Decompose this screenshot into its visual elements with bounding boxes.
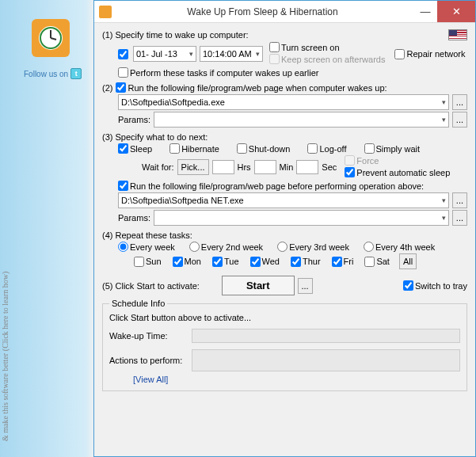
hrs-label: Hrs — [238, 162, 251, 172]
actions-box — [192, 349, 460, 371]
start-button[interactable]: Start — [222, 276, 295, 295]
app-logo-icon — [32, 19, 70, 57]
twitter-icon: t — [70, 68, 82, 79]
run-wakeup-check[interactable]: Run the following file/program/web page … — [116, 82, 387, 93]
time-picker[interactable]: 10:14:00 AM — [200, 46, 263, 62]
energy-sub: & make this software better — [1, 353, 10, 441]
tue-check[interactable]: Tue — [212, 257, 239, 267]
simplywait-check[interactable]: Simply wait — [364, 143, 421, 154]
schedule-hint: Click Start button above to activate... — [109, 313, 251, 322]
week2-radio[interactable]: Every 2nd week — [189, 242, 263, 252]
browse-wakeup-button[interactable]: ... — [452, 94, 467, 110]
sec-input[interactable] — [296, 160, 318, 174]
schedule-legend: Schedule Info — [109, 299, 167, 308]
section5-label: (5) Click Start to activate: — [102, 281, 200, 291]
schedule-fieldset: Schedule Info Click Start button above t… — [102, 299, 467, 391]
actions-label: Actions to perform: — [109, 356, 188, 365]
min-label: Min — [280, 162, 294, 172]
fri-check[interactable]: Fri — [332, 257, 354, 267]
browse-before-button[interactable]: ... — [452, 192, 467, 208]
close-button[interactable]: ✕ — [437, 1, 475, 22]
follow-us-link[interactable]: Follow us on t — [24, 68, 82, 79]
params2-label: Params: — [118, 213, 150, 223]
section1-label: (1) Specify time to wake up computer: — [102, 30, 249, 40]
switch-tray-check[interactable]: Switch to tray — [403, 280, 467, 291]
params1-combo[interactable] — [154, 112, 449, 128]
min-input[interactable] — [254, 160, 276, 174]
week4-radio[interactable]: Every 4th week — [364, 242, 435, 252]
section4-label: (4) Repeat these tasks: — [102, 230, 192, 240]
logoff-check[interactable]: Log-off — [307, 143, 346, 154]
energy-click: (Click here to learn how) — [1, 272, 10, 352]
sun-check[interactable]: Sun — [134, 257, 162, 267]
params2-combo[interactable] — [154, 210, 449, 226]
pick-button[interactable]: Pick... — [177, 159, 209, 175]
params1-button[interactable]: ... — [452, 112, 467, 128]
perform-early-check[interactable]: Perform these tasks if computer wakes up… — [118, 67, 318, 78]
window-icon — [99, 6, 112, 18]
start-options-button[interactable]: ... — [298, 278, 313, 294]
main-window: Wake Up From Sleep & Hibernation — ✕ (1)… — [93, 0, 476, 457]
date-check[interactable] — [118, 49, 130, 59]
date-picker[interactable]: 01- Jul -13 — [133, 46, 196, 62]
wakeup-path-combo[interactable]: D:\Softpedia\Softpedia.exe — [118, 94, 449, 110]
turn-screen-check[interactable]: Turn screen on — [269, 42, 340, 52]
week1-radio[interactable]: Every week — [118, 242, 175, 252]
sleep-check[interactable]: Sleep — [118, 143, 152, 154]
waitfor-label: Wait for: — [142, 162, 174, 172]
window-title: Wake Up From Sleep & Hibernation — [112, 6, 413, 17]
section3-label: (3) Specify what to do next: — [102, 132, 208, 142]
before-path-combo[interactable]: D:\Softpedia\Softpedia NET.exe — [118, 192, 449, 208]
minimize-button[interactable]: — — [413, 1, 437, 22]
keep-screen-check: Keep screen on afterwards — [269, 54, 385, 64]
repair-network-check[interactable]: Repair network — [394, 49, 465, 59]
view-all-link[interactable]: [View All] — [133, 375, 168, 384]
titlebar: Wake Up From Sleep & Hibernation — ✕ — [94, 1, 475, 23]
mon-check[interactable]: Mon — [173, 257, 201, 267]
wakeup-time-box — [192, 329, 460, 343]
week3-radio[interactable]: Every 3rd week — [277, 242, 349, 252]
shutdown-check[interactable]: Shut-down — [237, 143, 291, 154]
flag-icon[interactable] — [448, 29, 467, 40]
sec-label: Sec — [322, 162, 337, 172]
params1-label: Params: — [118, 115, 150, 124]
params2-button[interactable]: ... — [452, 210, 467, 226]
force-check: Force — [345, 155, 379, 166]
sat-check[interactable]: Sat — [364, 257, 390, 267]
prevent-sleep-check[interactable]: Prevent automatic sleep — [345, 167, 450, 177]
run-before-check[interactable]: Run the following file/program/web page … — [118, 181, 424, 191]
hrs-input[interactable] — [212, 160, 234, 174]
energy-banner[interactable]: Let's Save Energy! & make this software … — [0, 272, 10, 441]
wakeup-time-label: Wake-up Time: — [109, 331, 188, 341]
thu-check[interactable]: Thur — [291, 257, 321, 267]
follow-label: Follow us on — [24, 70, 68, 78]
hibernate-check[interactable]: Hibernate — [169, 143, 219, 154]
section2-num: (2) — [102, 83, 112, 93]
all-days-button[interactable]: All — [399, 253, 417, 269]
wed-check[interactable]: Wed — [250, 257, 280, 267]
